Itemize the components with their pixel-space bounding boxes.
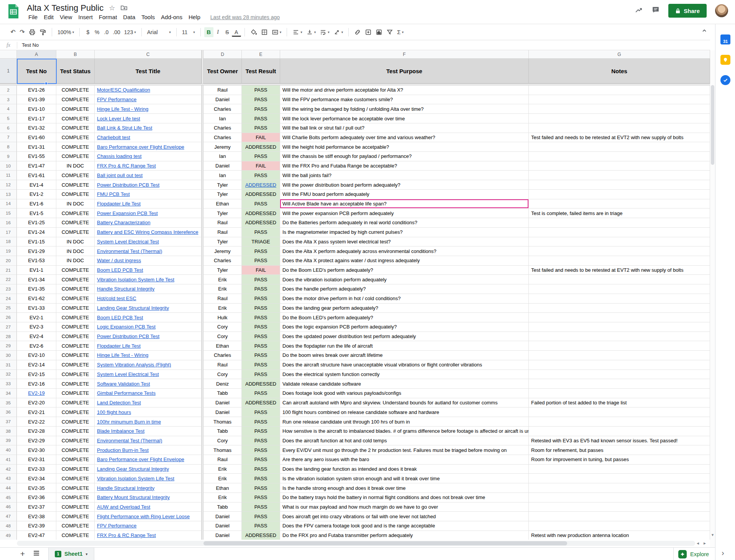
cell-A45[interactable]: EV2-36 [17,493,56,503]
cell-E47[interactable]: PASS [242,512,280,521]
cell-B30[interactable]: COMPLETE [56,351,95,360]
calendar-icon[interactable]: 31 [720,34,730,44]
paint-format-button[interactable] [38,27,48,37]
cell-E28[interactable]: PASS [242,332,280,342]
cell-B22[interactable]: COMPLETE [56,275,95,284]
cell-F34[interactable]: Does footage look good with various payl… [280,389,529,398]
sheet-tab-active[interactable]: 1 Sheet1 ▾ [48,548,94,560]
cell-A8[interactable]: EV1-31 [17,142,56,152]
cell-G30[interactable] [529,351,710,360]
cell-E32[interactable]: PASS [242,370,280,379]
cell-D36[interactable]: Daniel [203,407,242,417]
cell-A32[interactable]: EV2-15 [17,370,56,379]
row-header-48[interactable]: 48 [0,521,17,531]
cell-A21[interactable]: EV1-1 [17,266,56,275]
cell-F40[interactable]: Every EV/DV unit must go through the 2 h… [280,445,529,455]
cell-D25[interactable]: Erik [203,304,242,313]
cell-D26[interactable]: Hulk [203,313,242,322]
cell-C17[interactable]: Battery and ESC Wiring Compass Interefen… [95,228,202,237]
cell-A5[interactable]: EV1-17 [17,114,56,123]
cell-B46[interactable]: COMPLETE [56,503,95,512]
cell-B5[interactable]: COMPLETE [56,114,95,123]
cell-A37[interactable]: EV2-22 [17,417,56,427]
cell-D20[interactable]: Charles [203,256,242,266]
cell-G20[interactable] [529,256,710,266]
cell-B44[interactable]: COMPLETE [56,483,95,493]
cell-C44[interactable]: Handle Structural Integrity [95,483,202,493]
cell-G4[interactable] [529,104,710,114]
menu-tools[interactable]: Tools [138,13,158,21]
cell-A6[interactable]: EV1-32 [17,123,56,133]
cell-B45[interactable]: COMPLETE [56,493,95,503]
cell-B9[interactable]: COMPLETE [56,152,95,161]
row-header-29[interactable]: 29 [0,341,17,351]
cell-F22[interactable]: Does the vibration isolation perform ade… [280,275,529,284]
cell-D43[interactable]: Erik [203,474,242,483]
column-header-e[interactable]: E [242,50,280,59]
row-header-4[interactable]: 4 [0,104,17,114]
cell-G7[interactable]: Test failed and needs to be retested at … [529,133,710,143]
cell-G47[interactable] [529,512,710,521]
cell-B43[interactable]: COMPLETE [56,474,95,483]
cell-A23[interactable]: EV1-35 [17,284,56,294]
row-header-25[interactable]: 25 [0,304,17,313]
cell-A12[interactable]: EV1-4 [17,180,56,190]
cell-A26[interactable]: EV2-1 [17,313,56,322]
cell-G3[interactable] [529,95,710,105]
cell-A27[interactable]: EV2-3 [17,322,56,332]
cell-A25[interactable]: EV1-33 [17,304,56,313]
cell-A9[interactable]: EV1-55 [17,152,56,161]
row-header-34[interactable]: 34 [0,389,17,398]
cell-E34[interactable]: PASS [242,389,280,398]
cell-A43[interactable]: EV2-34 [17,474,56,483]
cell-G46[interactable] [529,503,710,512]
cell-B6[interactable]: COMPLETE [56,123,95,133]
cell-C33[interactable]: Software Validation Test [95,379,202,389]
cell-F18[interactable]: Does the Alta X pass system level electr… [280,237,529,247]
cell-G34[interactable] [529,389,710,398]
cell-G11[interactable] [529,171,710,180]
print-button[interactable] [27,27,38,37]
last-edit-link[interactable]: Last edit was 28 minutes ago [210,14,280,20]
cell-C12[interactable]: Power Distribution PCB Test [95,180,202,190]
cell-E26[interactable]: PASS [242,313,280,322]
cell-A3[interactable]: EV1-39 [17,95,56,105]
cell-E36[interactable]: PASS [242,407,280,417]
cell-F43[interactable]: Is the vibration isolation system stron … [280,474,529,483]
cell-G8[interactable] [529,142,710,152]
avatar[interactable] [715,4,728,17]
horizontal-align-button[interactable]: ▾ [290,27,304,37]
row-header-40[interactable]: 40 [0,445,17,455]
cell-D9[interactable]: Ian [203,152,242,161]
row-header-6[interactable]: 6 [0,123,17,133]
cell-A46[interactable]: EV2-37 [17,503,56,512]
cell-C3[interactable]: FPV Performance [95,95,202,105]
cell-G40[interactable]: Room for refinement, but passes [529,445,710,455]
cell-C14[interactable]: Flopdapter Life Test [95,199,202,209]
cell-E19[interactable]: PASS [242,246,280,256]
cell-C31[interactable]: System Vibration Analysis (Flight) [95,360,202,370]
cell-B17[interactable]: COMPLETE [56,228,95,237]
cell-C11[interactable]: Ball joint pull out test [95,171,202,180]
cell-E35[interactable]: ADDRESSED [242,398,280,408]
cell-B37[interactable]: COMPLETE [56,417,95,427]
cell-D35[interactable]: Daniel [203,398,242,408]
cell-C38[interactable]: Blade Imbalance Test [95,427,202,436]
cell-C7[interactable]: Charliebolt test [95,133,202,143]
cell-F30[interactable]: Do the boom wires break over aircraft li… [280,351,529,360]
menu-addons[interactable]: Add-ons [158,13,185,21]
cell-A17[interactable]: EV1-24 [17,228,56,237]
cell-D24[interactable]: Raul [203,294,242,304]
cell-B3[interactable]: COMPLETE [56,95,95,105]
cell-G36[interactable] [529,407,710,417]
cell-A41[interactable]: EV2-31 [17,455,56,465]
cell-G35[interactable]: Failed portion of test added to the tria… [529,398,710,408]
text-wrap-button[interactable]: ▾ [318,27,331,37]
cell-G22[interactable] [529,275,710,284]
cell-F23[interactable]: Does the handle perform adequately? [280,284,529,294]
cell-E6[interactable]: PASS [242,123,280,133]
cell-G44[interactable] [529,483,710,493]
row-header-10[interactable]: 10 [0,161,17,171]
header-cell-test-result[interactable]: Test Result [242,59,280,84]
cell-F5[interactable]: Will the lock lever performance be accep… [280,114,529,123]
